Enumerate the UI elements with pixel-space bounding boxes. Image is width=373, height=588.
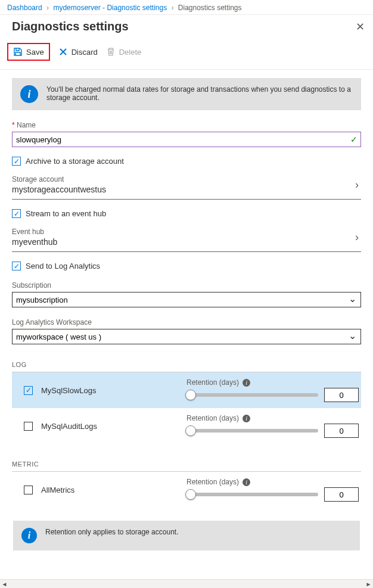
discard-label: Discard — [72, 48, 98, 57]
info-icon[interactable]: i — [243, 379, 250, 387]
slider-thumb-icon[interactable] — [185, 489, 196, 500]
storage-label: Storage account — [12, 175, 106, 183]
workspace-label: Log Analytics Workspace — [12, 318, 361, 326]
retention-input[interactable] — [324, 388, 359, 402]
save-button[interactable]: Save — [7, 43, 50, 61]
chevron-right-icon: › — [355, 179, 361, 191]
breadcrumb: Dashboard › mydemoserver - Diagnostic se… — [0, 0, 373, 15]
eventhub-label: Event hub — [12, 228, 57, 236]
delete-icon — [106, 47, 116, 57]
log-name: MySqlSlowLogs — [41, 386, 178, 395]
discard-icon — [58, 47, 68, 57]
log-checkbox[interactable]: ✓ — [24, 386, 33, 395]
info-retention-text: Retention only applies to storage accoun… — [45, 528, 178, 536]
stream-label: Stream to an event hub — [26, 209, 106, 218]
log-row-mysqlslowlogs: ✓ MySqlSlowLogs Retention (days)i — [12, 372, 361, 408]
breadcrumb-server[interactable]: mydemoserver - Diagnostic settings — [53, 4, 167, 12]
loganalytics-checkbox[interactable]: ✓ — [12, 262, 21, 270]
delete-button: Delete — [106, 47, 142, 57]
retention-input[interactable] — [324, 487, 359, 502]
log-name: MySqlAuditLogs — [41, 422, 178, 431]
retention-input[interactable] — [324, 424, 359, 438]
chevron-right-icon: › — [171, 4, 173, 12]
workspace-select[interactable]: myworkspace ( west us ) — [12, 329, 361, 344]
toolbar: Save Discard Delete — [0, 37, 373, 70]
info-retention: i Retention only applies to storage acco… — [13, 521, 360, 550]
eventhub-value: myeventhub — [12, 237, 57, 247]
metric-row-allmetrics: AllMetrics Retention (days)i — [12, 472, 361, 508]
storage-value: mystorageaccountwestus — [12, 185, 106, 194]
loganalytics-label: Send to Log Analytics — [26, 262, 100, 270]
chevron-right-icon: › — [46, 4, 49, 12]
breadcrumb-dashboard[interactable]: Dashboard — [7, 4, 42, 12]
retention-label: Retention (days) — [186, 378, 239, 387]
delete-label: Delete — [119, 48, 142, 57]
stream-checkbox[interactable]: ✓ — [12, 209, 21, 218]
retention-slider[interactable] — [186, 393, 318, 397]
info-icon: i — [20, 85, 38, 103]
name-label: * Name — [12, 121, 361, 129]
storage-account-panel[interactable]: Storage account mystorageaccountwestus › — [12, 168, 361, 200]
loganalytics-checkbox-row[interactable]: ✓ Send to Log Analytics — [12, 262, 361, 270]
archive-label: Archive to a storage account — [26, 157, 124, 166]
retention-slider[interactable] — [186, 493, 318, 496]
metric-name: AllMetrics — [41, 486, 178, 494]
scroll-left-icon[interactable]: ◄ — [0, 580, 9, 589]
log-checkbox[interactable] — [24, 422, 33, 431]
archive-checkbox-row[interactable]: ✓ Archive to a storage account — [12, 157, 361, 166]
horizontal-scrollbar[interactable]: ◄ ► — [0, 579, 373, 588]
breadcrumb-current: Diagnostics settings — [178, 4, 242, 12]
info-charges: i You'll be charged normal data rates fo… — [12, 78, 361, 110]
slider-thumb-icon[interactable] — [185, 390, 196, 400]
discard-button[interactable]: Discard — [58, 47, 98, 57]
metric-section-header: METRIC — [12, 461, 361, 472]
close-icon[interactable]: ✕ — [356, 20, 365, 33]
scroll-right-icon[interactable]: ► — [364, 580, 373, 589]
valid-check-icon: ✓ — [350, 135, 358, 144]
page-title: Diagnostics settings — [12, 20, 129, 33]
archive-checkbox[interactable]: ✓ — [12, 157, 21, 166]
slider-thumb-icon[interactable] — [185, 425, 196, 436]
log-section-header: LOG — [12, 361, 361, 372]
info-charges-text: You'll be charged normal data rates for … — [46, 85, 353, 102]
info-icon[interactable]: i — [243, 478, 250, 486]
log-row-mysqlauditlogs: MySqlAuditLogs Retention (days)i — [12, 408, 361, 444]
metric-checkbox[interactable] — [24, 486, 33, 494]
info-icon: i — [21, 528, 37, 543]
info-icon[interactable]: i — [243, 415, 250, 422]
name-input[interactable] — [12, 132, 361, 147]
save-icon — [13, 47, 23, 57]
retention-slider[interactable] — [186, 429, 318, 433]
subscription-select[interactable]: mysubscription — [12, 292, 361, 307]
save-label: Save — [26, 48, 44, 57]
chevron-right-icon: › — [355, 231, 361, 244]
subscription-label: Subscription — [12, 281, 361, 290]
event-hub-panel[interactable]: Event hub myeventhub › — [12, 220, 361, 252]
stream-checkbox-row[interactable]: ✓ Stream to an event hub — [12, 209, 361, 218]
retention-label: Retention (days) — [186, 414, 239, 422]
retention-label: Retention (days) — [186, 478, 239, 486]
